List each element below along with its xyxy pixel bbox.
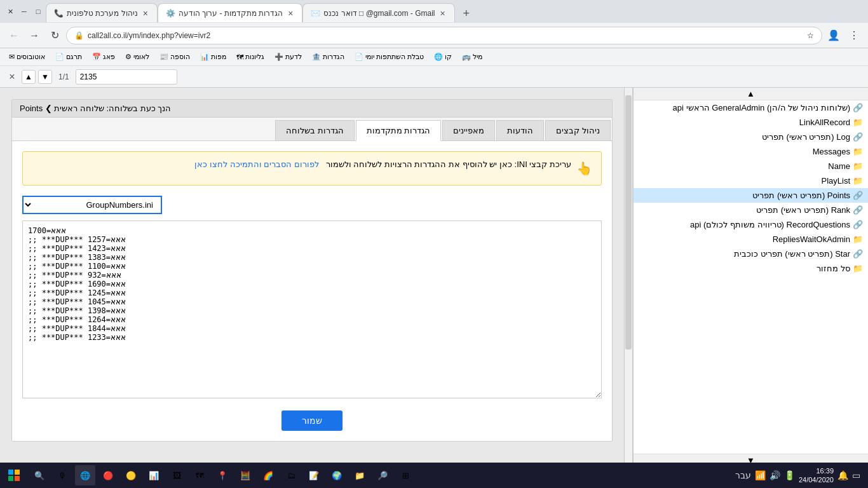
breadcrumb-text: הנך כעת בשלוחה: שלוחה ראשית ❯ Points <box>20 104 171 113</box>
info-main-text: עריכת קבצי INI: כאן יש להוסיף את ההגדרות… <box>326 159 571 169</box>
bookmark-leumi[interactable]: 🏦 הגדרות <box>308 51 348 62</box>
bookmark-label-ladaat: הוספה <box>170 53 190 61</box>
bookmark-icon-ko: 📄 <box>55 53 64 61</box>
taskbar-chrome2-icon[interactable]: 🌍 <box>327 465 347 485</box>
bookmark-label-add: לדעת <box>285 53 302 61</box>
tree-item-generaladmin[interactable]: 🔗 (שלוחות ניהול של ה/הן) GeneralAdmin הר… <box>634 100 868 115</box>
bookmark-label-leumi: הגדרות <box>323 53 344 61</box>
notification-icon[interactable]: 🔔 <box>837 470 848 480</box>
file-tree-inner: 🔗 (שלוחות ניהול של ה/הן) GeneralAdmin הר… <box>634 100 868 454</box>
taskbar-word-icon[interactable]: 📝 <box>304 465 324 485</box>
tree-label-recycle: סל מחזור <box>817 264 850 273</box>
tab-properties[interactable]: מאפיינים <box>442 120 495 140</box>
bookmark-label-maps: גליונות <box>245 53 264 61</box>
tab-phone-management[interactable]: 📞 ניהול מערכת טלפונית × <box>46 3 158 22</box>
address-bar[interactable]: 🔒 call2all.co.il/ym/index.php?view=ivr2 … <box>66 27 822 44</box>
bookmark-settings[interactable]: ⚙ לאומי <box>121 51 153 62</box>
language-indicator: עבר <box>735 470 751 480</box>
taskbar-app2-icon[interactable]: 🟡 <box>121 465 141 485</box>
close-window-button[interactable]: ✕ <box>5 6 15 17</box>
taskbar-excel-icon[interactable]: 📊 <box>144 465 164 485</box>
start-button[interactable] <box>3 464 25 487</box>
save-button[interactable]: שמור <box>281 410 342 431</box>
bookmark-daily[interactable]: 📅 פאג <box>88 51 119 62</box>
taskbar-search-icon[interactable]: 🔍 <box>29 465 50 485</box>
taskbar-maps-icon[interactable]: 🗺 <box>189 465 210 485</box>
tab-advanced-settings[interactable]: ⚙️ הגדרות מתקדמות - ערוך הודעה × <box>158 3 303 22</box>
minimize-window-button[interactable]: ─ <box>19 6 29 17</box>
tree-item-messages[interactable]: 📁 Messages <box>634 144 868 159</box>
ini-file-select[interactable]: GroupNumbers.ini <box>22 196 162 214</box>
tab-close-2[interactable]: × <box>287 7 294 20</box>
tree-label-points: Points (תפריט ראשי) תפריט <box>752 191 850 200</box>
tab-branch-settings[interactable]: הגדרות בשלוחה <box>275 120 355 140</box>
bookmark-sheets[interactable]: 📊 מפות <box>196 51 230 62</box>
tab-messages[interactable]: הודעות <box>496 120 544 140</box>
taskbar-search2-icon[interactable]: 🔎 <box>372 465 393 485</box>
taskbar-app6-icon[interactable]: 🌈 <box>258 465 278 485</box>
bookmark-icon-maps: 🗺 <box>236 53 243 61</box>
bookmark-ko[interactable]: 📄 תרגם <box>51 51 86 62</box>
info-forum-link[interactable]: לפורום הסברים והתמיכה לחצו כאן <box>194 159 318 169</box>
taskbar-app1-icon[interactable]: 🔴 <box>98 465 118 485</box>
tab-file-management[interactable]: ניהול קבצים <box>545 120 611 140</box>
tree-label-log: Log (תפריט ראשי) תפריט <box>762 132 850 142</box>
bookmark-icon-leumi: 🏦 <box>312 53 321 61</box>
tab-favicon-3: ✉️ <box>311 9 320 18</box>
taskbar-app8-icon[interactable]: ⊞ <box>395 465 416 485</box>
tree-item-linkallrecord[interactable]: 📁 LinkAllRecord <box>634 115 868 130</box>
tree-item-recordquestions[interactable]: 🔗 RecordQuestions (טריוויה משותף לכולם) … <box>634 217 868 232</box>
tree-item-recycle[interactable]: 📁 סל מחזור <box>634 261 868 276</box>
profile-button[interactable]: 👤 <box>825 27 843 44</box>
main-scrollbar[interactable] <box>624 88 633 466</box>
folder-icon-recycle: 📁 <box>853 264 863 273</box>
bookmark-fag[interactable]: 📄 טבלת השתתפות יומי <box>351 51 428 62</box>
taskbar-app3-icon[interactable]: 🖼 <box>166 465 187 485</box>
maximize-window-button[interactable]: □ <box>33 6 43 17</box>
taskbar-app7-icon[interactable]: 🗂 <box>281 465 301 485</box>
bookmark-ladaat[interactable]: 📰 הוספה <box>156 51 194 62</box>
tab-close-3[interactable]: × <box>439 7 447 20</box>
bookmark-mail[interactable]: ✉ אוטובוסים <box>5 51 49 62</box>
bookmark-add[interactable]: ➕ לדעת <box>271 51 306 62</box>
taskbar-files-icon[interactable]: 📁 <box>349 465 370 485</box>
bookmark-buses[interactable]: 🚌 מיל <box>458 51 486 62</box>
forward-button[interactable]: → <box>25 27 43 44</box>
taskbar-cortana-icon[interactable]: 🎙 <box>52 465 72 485</box>
tree-label-linkallrecord: LinkAllRecord <box>799 118 850 127</box>
tab-bar: 📞 ניהול מערכת טלפונית × ⚙️ הגדרות מתקדמו… <box>43 1 863 22</box>
tree-item-rank[interactable]: 🔗 Rank (תפריט ראשי) תפריט <box>634 203 868 217</box>
tab-close-1[interactable]: × <box>142 7 149 20</box>
tab-title-1: ניהול מערכת טלפונית <box>67 9 138 18</box>
find-input[interactable] <box>76 69 177 85</box>
find-close-button[interactable]: × <box>5 70 19 84</box>
bookmark-icon-fag: 📄 <box>355 53 363 61</box>
show-desktop-icon[interactable]: ▭ <box>852 470 860 480</box>
reload-button[interactable]: ↻ <box>46 27 64 44</box>
tab-advanced[interactable]: הגדרות מתקדמות <box>356 120 442 141</box>
find-prev-button[interactable]: ▲ <box>22 70 36 84</box>
taskbar-app4-icon[interactable]: 📍 <box>212 465 233 485</box>
taskbar-app5-icon[interactable]: 🧮 <box>235 465 255 485</box>
tree-item-log[interactable]: 🔗 Log (תפריט ראשי) תפריט <box>634 130 868 144</box>
tree-item-playlist[interactable]: 📁 PlayList <box>634 173 868 188</box>
main-scroll-thumb[interactable] <box>625 95 632 349</box>
tree-item-points[interactable]: 🔗 Points (תפריט ראשי) תפריט <box>634 188 868 203</box>
tab-gmail[interactable]: ✉️ דואר נכנס □ @gmail.com - Gmail × <box>302 3 454 22</box>
bookmark-maps[interactable]: 🗺 גליונות <box>233 51 268 62</box>
find-next-button[interactable]: ▼ <box>38 70 52 84</box>
back-button[interactable]: ← <box>5 27 23 44</box>
tree-item-star[interactable]: 🔗 Star (תפריט ראשי) תפריט כוכבית <box>634 247 868 261</box>
tree-item-replieswait[interactable]: 📁 RepliesWaitOkAdmin <box>634 232 868 247</box>
address-text: call2all.co.il/ym/index.php?view=ivr2 <box>88 31 803 40</box>
menu-button[interactable]: ⋮ <box>845 27 863 44</box>
tree-item-name[interactable]: 📁 Name <box>634 159 868 173</box>
new-tab-button[interactable]: + <box>458 4 475 22</box>
bookmark-translate[interactable]: 🌐 קו <box>430 51 456 62</box>
folder-icon-name: 📁 <box>853 161 863 171</box>
ini-content-textarea[interactable]: אאא=1700 ;; ***DUP*** אאא=1257 ;; ***DUP… <box>22 220 602 398</box>
tree-label-rank: Rank (תפריט ראשי) תפריט <box>756 205 850 215</box>
bookmark-icon-translate: 🌐 <box>434 53 443 61</box>
tree-scroll-up[interactable]: ▲ <box>634 88 868 100</box>
taskbar-chrome-icon[interactable]: 🌐 <box>75 465 95 485</box>
